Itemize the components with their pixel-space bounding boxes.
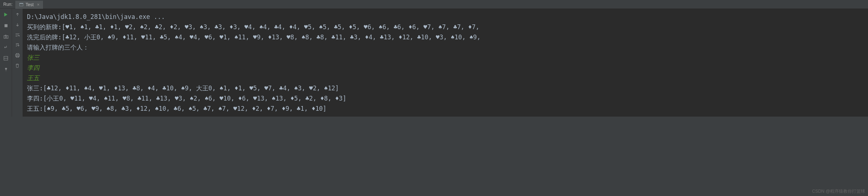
console-output-line: 王五:[♠9, ♣5, ♥6, ♥9, ♠8, ♣3, ♦12, ♠10, ♣6… [27, 103, 864, 114]
camera-icon[interactable] [3, 34, 9, 39]
print-icon[interactable] [15, 52, 20, 58]
run-tab[interactable]: Test × [15, 1, 43, 9]
wrap-icon[interactable] [15, 32, 20, 38]
console-input-line: 李四 [27, 63, 864, 73]
run-toolbar-secondary [12, 9, 23, 117]
return-icon[interactable] [3, 44, 9, 50]
console-output-line: D:\Java\jdk1.8.0_281\bin\java.exe ... [27, 12, 864, 22]
close-icon[interactable]: × [37, 2, 39, 7]
svg-rect-2 [4, 24, 7, 27]
console-output-line: 李四:[小王0, ♥11, ♥4, ♠11, ♥8, ♣11, ♣13, ♥3,… [27, 93, 864, 103]
console-input-line: 王五 [27, 73, 864, 83]
run-panel-header: Run: Test × [0, 0, 868, 9]
scroll-icon[interactable] [15, 42, 20, 48]
console-input-line: 张三 [27, 52, 864, 63]
layout-icon[interactable] [3, 55, 9, 61]
console-output-line: 请输入打牌的三个人： [27, 42, 864, 52]
rerun-icon[interactable] [3, 12, 9, 17]
svg-rect-5 [5, 35, 6, 35]
run-label: Run: [2, 2, 15, 7]
tab-label: Test [26, 2, 34, 7]
trash-icon[interactable] [15, 63, 20, 68]
content-area: D:\Java\jdk1.8.0_281\bin\java.exe ...买到的… [0, 9, 868, 117]
down-arrow-icon[interactable] [15, 22, 20, 28]
stop-icon[interactable] [3, 23, 9, 28]
run-toolbar-primary [0, 9, 12, 117]
console-output-line: 张三:[♣12, ♦11, ♠4, ♥1, ♦13, ♣8, ♦4, ♣10, … [27, 83, 864, 93]
svg-rect-3 [4, 35, 8, 38]
pin-icon[interactable] [3, 66, 9, 72]
svg-rect-1 [20, 3, 23, 4]
svg-point-4 [5, 36, 7, 38]
up-arrow-icon[interactable] [15, 12, 20, 17]
console-output[interactable]: D:\Java\jdk1.8.0_281\bin\java.exe ...买到的… [23, 9, 868, 117]
console-output-line: 洗完后的牌:[♣12, 小王0, ♠9, ♦11, ♥11, ♣5, ♠4, ♥… [27, 32, 864, 42]
console-output-line: 买到的新牌:[♥1, ♠1, ♣1, ♦1, ♥2, ♠2, ♣2, ♦2, ♥… [27, 22, 864, 32]
app-icon [19, 2, 24, 7]
